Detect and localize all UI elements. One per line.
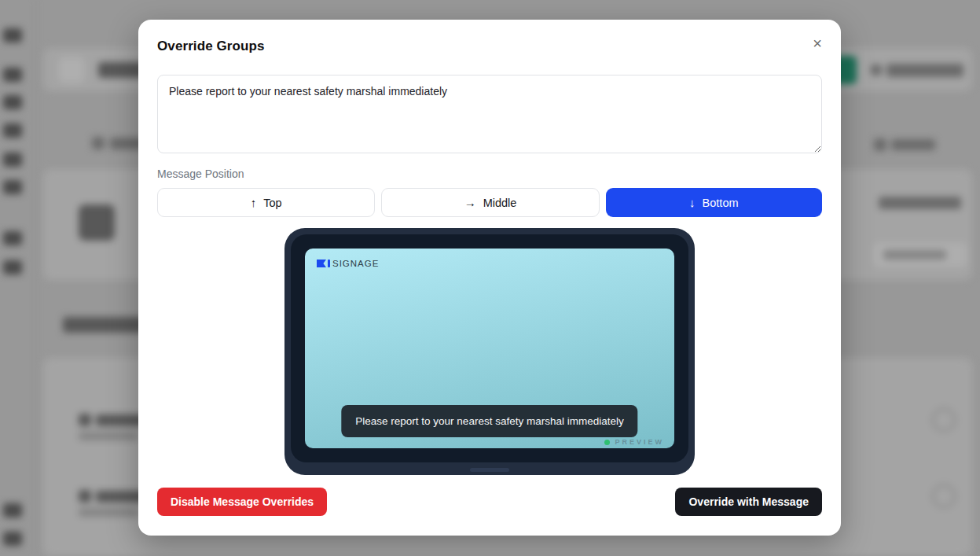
- modal-actions: Disable Message Overrides Override with …: [157, 488, 822, 516]
- position-top-button[interactable]: ↑ Top: [157, 188, 375, 217]
- tv-bezel: SIGNAGE Please report to your nearest sa…: [291, 234, 688, 462]
- position-bottom-label: Bottom: [703, 197, 739, 209]
- arrow-up-icon: ↑: [251, 197, 257, 208]
- message-position-label: Message Position: [157, 168, 822, 180]
- preview-badge-label: PREVIEW: [615, 438, 664, 446]
- tv-preview: SIGNAGE Please report to your nearest sa…: [284, 228, 695, 475]
- position-bottom-button[interactable]: ↓ Bottom: [606, 188, 822, 217]
- position-middle-label: Middle: [483, 197, 517, 209]
- tv-stand: [470, 468, 509, 472]
- message-position-group: ↑ Top → Middle ↓ Bottom: [157, 188, 822, 217]
- position-top-label: Top: [263, 197, 281, 209]
- logo-text: SIGNAGE: [332, 259, 379, 268]
- tv-screen: SIGNAGE Please report to your nearest sa…: [305, 249, 674, 448]
- preview-message-overlay: Please report to your nearest safety mar…: [341, 405, 637, 437]
- override-groups-modal: Override Groups × Please report to your …: [138, 20, 841, 536]
- logo-bar-icon: [328, 260, 330, 267]
- preview-badge: PREVIEW: [604, 438, 664, 446]
- close-icon[interactable]: ×: [811, 35, 824, 51]
- logo-flag-icon: [317, 260, 326, 267]
- pisignage-logo: SIGNAGE: [317, 259, 379, 268]
- position-middle-button[interactable]: → Middle: [381, 188, 599, 217]
- disable-message-overrides-button[interactable]: Disable Message Overrides: [157, 488, 327, 516]
- arrow-right-icon: →: [464, 197, 476, 208]
- override-with-message-button[interactable]: Override with Message: [675, 488, 822, 516]
- preview-status-dot: [604, 440, 610, 445]
- arrow-down-icon: ↓: [689, 197, 696, 208]
- modal-header: Override Groups ×: [157, 39, 822, 56]
- override-message-input[interactable]: Please report to your nearest safety mar…: [157, 75, 822, 153]
- modal-title: Override Groups: [157, 39, 265, 54]
